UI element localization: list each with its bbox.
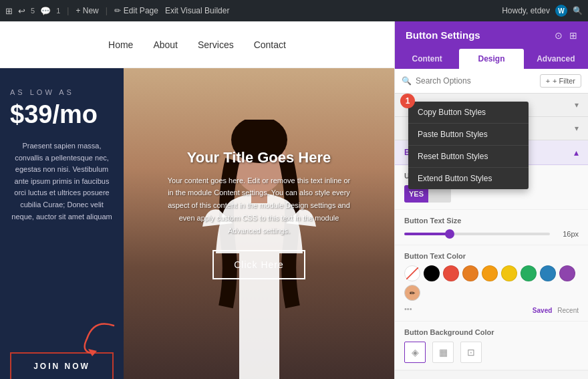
search-icon: 🔍 — [402, 76, 412, 86]
chevron-down-icon2: ▾ — [575, 124, 579, 133]
bg-color-icons: ◈ ▦ ⊡ — [404, 342, 579, 363]
slider-thumb[interactable] — [445, 229, 454, 239]
text-size-row: Button Text Size 16px — [395, 210, 588, 245]
overlay-title: Your Title Goes Here — [166, 149, 353, 166]
chevron-up-icon: ▴ — [574, 147, 579, 158]
saved-recent: Saved Recent — [533, 307, 579, 314]
comment-icon[interactable]: 💬 — [40, 6, 51, 16]
color-swatch-transparent[interactable] — [404, 265, 420, 281]
paste-button-styles-item[interactable]: Paste Button Styles — [408, 124, 529, 146]
wp-logo-icon[interactable]: ⊞ — [5, 6, 13, 16]
right-photo-section: Your Title Goes Here Your content goes h… — [124, 68, 394, 379]
color-swatch-pen[interactable]: ✏ — [404, 285, 420, 301]
top-bar: ⊞ ↩ 5 💬 1 | + New | ✏ Edit Page Exit Vis… — [0, 0, 588, 21]
right-panel: Button Settings ⊙ ⊞ Content Design Advan… — [394, 21, 588, 379]
chevron-down-icon: ▾ — [575, 100, 579, 110]
hero-section: AS LOW AS $39/mo Praesent sapien massa, … — [0, 68, 394, 379]
description-text: Praesent sapien massa, convallis a pelle… — [10, 140, 114, 223]
bg-solid-icon[interactable]: ◈ — [404, 342, 426, 363]
dropdown-badge: 1 — [400, 94, 415, 108]
bg-color-label: Button Background Color — [404, 328, 579, 336]
top-bar-right: Howdy, etdev W 🔍 — [502, 5, 583, 17]
overlay-text: Your content goes here. Edit or remove t… — [166, 174, 353, 237]
undo-icon[interactable]: ↩ — [18, 6, 25, 16]
hero-top: AS LOW AS $39/mo Praesent sapien massa, … — [10, 88, 114, 236]
tab-design[interactable]: Design — [459, 49, 523, 69]
text-color-row: Button Text Color ✏ ••• — [395, 245, 588, 322]
color-swatch-red[interactable] — [443, 265, 459, 281]
search-icon[interactable]: 🔍 — [573, 6, 583, 15]
left-panel: AS LOW AS $39/mo Praesent sapien massa, … — [0, 68, 124, 379]
undo-count: 5 — [31, 7, 35, 15]
color-swatch-yellow[interactable] — [501, 265, 517, 281]
separator2: | — [106, 6, 108, 15]
site-nav: Home About Services Contact — [0, 21, 394, 68]
saved-label: Saved — [533, 307, 552, 314]
settings-icon[interactable]: ⊙ — [555, 30, 563, 41]
panel-search: 🔍 + + Filter — [395, 69, 588, 94]
price-text: $39/mo — [10, 102, 114, 127]
color-swatch-blue[interactable] — [540, 265, 556, 281]
content-overlay: Your Title Goes Here Your content goes h… — [152, 136, 366, 293]
panel-content: TITLE ▾ 1 Copy Button Styles Paste Butto… — [395, 94, 588, 379]
exit-label: Exit Visual Builder — [165, 6, 230, 15]
recent-label: Recent — [557, 307, 579, 314]
text-size-slider-row: 16px — [404, 230, 579, 238]
color-swatches: ✏ — [404, 265, 579, 301]
new-button[interactable]: + New — [76, 6, 98, 15]
bg-gradient-icon[interactable]: ▦ — [432, 342, 454, 363]
filter-icon: + — [546, 77, 550, 85]
color-swatch-purple[interactable] — [559, 265, 575, 281]
join-container: JOIN NOW — [10, 352, 114, 379]
text-size-slider-track[interactable] — [404, 233, 550, 235]
nav-home[interactable]: Home — [108, 39, 133, 50]
click-here-button[interactable]: Click Here — [212, 250, 305, 279]
color-swatch-black[interactable] — [424, 265, 440, 281]
top-bar-left: ⊞ ↩ 5 💬 1 | + New | ✏ Edit Page Exit Vis… — [5, 6, 494, 16]
separator: | — [67, 6, 69, 15]
search-options-input[interactable] — [416, 76, 536, 86]
dropdown-menu: 1 Copy Button Styles Paste Button Styles… — [408, 102, 529, 189]
copy-button-styles-item[interactable]: Copy Button Styles — [408, 102, 529, 124]
color-swatch-orange[interactable] — [462, 265, 478, 281]
nav-about[interactable]: About — [153, 39, 178, 50]
exit-builder-button[interactable]: Exit Visual Builder — [165, 6, 230, 15]
arrow-icon — [74, 319, 127, 359]
filter-button[interactable]: + + Filter — [540, 74, 581, 88]
reset-button-styles-item[interactable]: Reset Button Styles — [408, 146, 529, 168]
extend-button-styles-item[interactable]: Extend Button Styles — [408, 168, 529, 189]
layout-icon[interactable]: ⊞ — [569, 30, 577, 41]
as-low-as-text: AS LOW AS — [10, 88, 114, 96]
slider-fill — [404, 233, 448, 235]
new-label: + New — [76, 6, 98, 15]
top-bar-icons: ⊞ ↩ 5 💬 1 — [5, 6, 60, 16]
bg-none-icon[interactable]: ⊡ — [460, 342, 482, 363]
filter-label: + Filter — [553, 77, 575, 85]
nav-contact[interactable]: Contact — [254, 39, 286, 50]
user-avatar[interactable]: W — [555, 5, 567, 17]
main-area: Home About Services Contact AS LOW AS $3… — [0, 21, 588, 379]
panel-title: Button Settings — [406, 29, 480, 41]
panel-tabs: Content Design Advanced — [395, 49, 588, 69]
edit-page-button[interactable]: ✏ Edit Page — [114, 6, 158, 15]
canvas-area: Home About Services Contact AS LOW AS $3… — [0, 21, 394, 379]
text-size-label: Button Text Size — [404, 217, 579, 225]
nav-services[interactable]: Services — [198, 39, 234, 50]
panel-header-icons: ⊙ ⊞ — [555, 30, 577, 41]
tab-advanced[interactable]: Advanced — [524, 49, 588, 69]
edit-page-label: Edit Page — [124, 6, 158, 15]
comment-count: 1 — [56, 7, 60, 15]
text-size-value: 16px — [555, 230, 579, 238]
tab-content[interactable]: Content — [395, 49, 459, 69]
howdy-text: Howdy, etdev — [502, 6, 550, 15]
color-swatch-green[interactable] — [521, 265, 537, 281]
panel-header: Button Settings ⊙ ⊞ — [395, 21, 588, 49]
color-swatch-orange2[interactable] — [482, 265, 498, 281]
pencil-icon: ✏ — [114, 6, 121, 15]
bg-color-row: Button Background Color ◈ ▦ ⊡ — [395, 322, 588, 370]
text-color-label: Button Text Color — [404, 252, 579, 260]
